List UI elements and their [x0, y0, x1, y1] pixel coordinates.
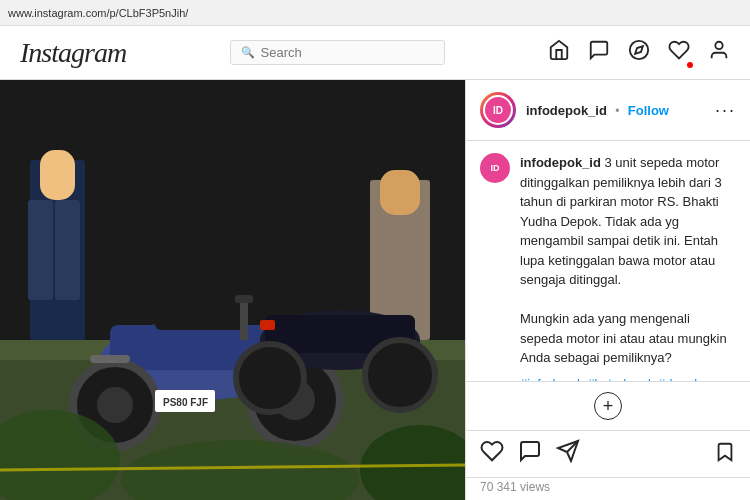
svg-rect-28: [260, 320, 275, 330]
svg-rect-9: [55, 200, 80, 300]
browser-url: www.instagram.com/p/CLbF3P5nJih/: [8, 7, 188, 19]
post-author: ID infodepok_id • Follow: [480, 92, 669, 128]
messenger-icon[interactable]: [588, 39, 610, 66]
caption-username[interactable]: infodepok_id: [520, 155, 601, 170]
svg-rect-7: [40, 150, 75, 200]
svg-rect-16: [235, 295, 253, 303]
comment-button[interactable]: [518, 439, 542, 469]
author-info: infodepok_id • Follow: [526, 103, 669, 118]
post-header: ID infodepok_id • Follow ···: [466, 80, 750, 141]
info-panel: ID infodepok_id • Follow ··· ID: [465, 80, 750, 500]
svg-point-27: [236, 344, 304, 412]
author-username[interactable]: infodepok_id: [526, 103, 607, 118]
action-bar: [466, 430, 750, 477]
caption-body: 3 unit sepeda motor ditinggalkan pemilik…: [520, 155, 727, 365]
profile-icon[interactable]: [708, 39, 730, 66]
svg-rect-8: [28, 200, 53, 300]
browser-bar: www.instagram.com/p/CLbF3P5nJih/: [0, 0, 750, 26]
caption-avatar-text: ID: [491, 163, 500, 173]
nav-icons: [548, 39, 730, 66]
svg-point-20: [97, 387, 133, 423]
svg-marker-1: [635, 46, 643, 54]
video-panel: PS80 FJF: [0, 80, 465, 500]
bookmark-button[interactable]: [714, 441, 736, 468]
instagram-header: Instagram 🔍: [0, 26, 750, 80]
caption-content: infodepok_id 3 unit sepeda motor ditingg…: [520, 153, 736, 381]
plus-icon: +: [603, 396, 614, 417]
svg-point-0: [630, 41, 648, 59]
instagram-logo: Instagram: [20, 37, 126, 69]
add-comment-area: +: [466, 381, 750, 430]
action-left: [480, 439, 580, 469]
follow-button[interactable]: Follow: [628, 103, 669, 118]
search-icon: 🔍: [241, 46, 255, 59]
svg-rect-14: [155, 308, 245, 330]
more-options-button[interactable]: ···: [715, 100, 736, 121]
caption-item: ID infodepok_id 3 unit sepeda motor diti…: [480, 153, 736, 381]
follow-separator: •: [615, 104, 619, 118]
views-count: 70 341 views: [480, 480, 550, 494]
svg-point-2: [715, 42, 722, 49]
share-button[interactable]: [556, 439, 580, 469]
views-area: 70 341 views: [466, 477, 750, 500]
avatar-inner: ID: [483, 95, 513, 125]
like-button[interactable]: [480, 439, 504, 469]
caption-text: infodepok_id 3 unit sepeda motor ditingg…: [520, 153, 736, 368]
home-icon[interactable]: [548, 39, 570, 66]
caption-area: ID infodepok_id 3 unit sepeda motor diti…: [466, 141, 750, 381]
avatar-ring: ID: [480, 92, 516, 128]
svg-rect-11: [380, 170, 420, 215]
search-box: 🔍: [230, 40, 445, 65]
search-input[interactable]: [261, 45, 434, 60]
heart-icon[interactable]: [668, 39, 690, 66]
svg-rect-23: [90, 355, 130, 363]
content-area: PS80 FJF: [0, 80, 750, 500]
add-comment-button[interactable]: +: [594, 392, 622, 420]
svg-text:PS80 FJF: PS80 FJF: [163, 397, 208, 408]
svg-rect-15: [240, 300, 248, 340]
avatar-text: ID: [493, 105, 503, 116]
avatar: ID: [485, 97, 511, 123]
compass-icon[interactable]: [628, 39, 650, 66]
svg-point-26: [365, 340, 435, 410]
video-scene: PS80 FJF: [0, 80, 465, 500]
caption-avatar: ID: [480, 153, 510, 183]
